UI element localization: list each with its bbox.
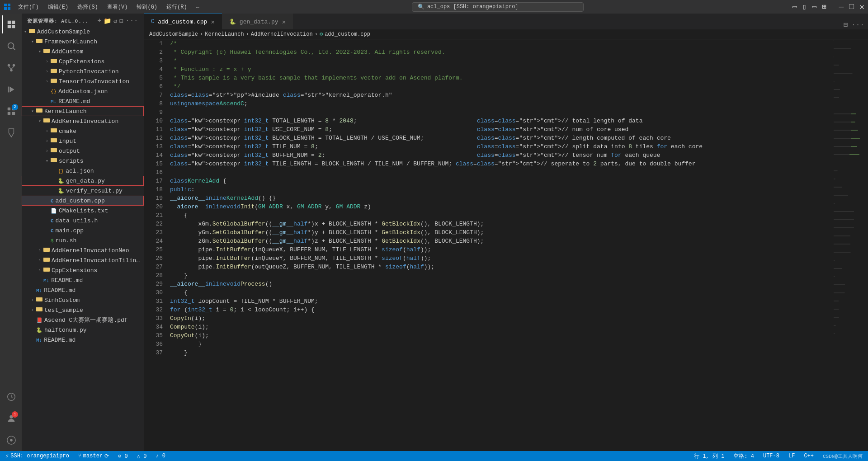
tree-file-icon: 🐍 [58,178,64,184]
tree-file-icon: C [51,217,54,224]
tree-item-output[interactable]: ›output [22,146,144,156]
tree-item-cmakelists-txt[interactable]: 📄CMakeLists.txt [22,206,144,216]
tree-item-tensorflowinvocation[interactable]: ›TensorflowInvocation [22,76,144,86]
lineending-status[interactable]: LF [787,453,797,459]
breadcrumb-part-2[interactable]: AddKernelInvocation [251,31,313,38]
ssh-status[interactable]: ⚡ SSH: orangepiaipro [4,453,71,460]
svg-rect-49 [43,268,46,268]
tree-item-addcustom-json[interactable]: {}AddCustom.json [22,86,144,96]
tree-item-test-sample[interactable]: ›test_sample [22,305,144,315]
tree-item-readme-md[interactable]: M↓README.md [22,96,144,106]
tree-item-cppextensions[interactable]: ›CppExtensions [22,56,144,66]
code-line: * [170,56,828,65]
menu-run[interactable]: 运行(R) [163,2,191,12]
activity-extensions[interactable]: 2 [2,102,20,120]
tree-item-addkernelinvocation[interactable]: ▾AddKernelInvocation [22,116,144,126]
tree-item-data-utils-h[interactable]: Cdata_utils.h [22,216,144,226]
tree-label: output [59,148,80,155]
tab-gen-data-py[interactable]: 🐍 gen_data.py ✕ [222,14,293,29]
menu-edit[interactable]: 编辑(E) [44,2,72,12]
svg-rect-16 [12,112,15,115]
line-number: 25 [147,245,163,254]
line-number: 1 [147,39,163,48]
tree-item-add-custom-cpp[interactable]: Cadd_custom.cpp [22,196,144,206]
tree-item-readme-md[interactable]: M↓README.md [22,275,144,285]
close-button[interactable]: ✕ [859,2,864,12]
tree-item-addcustom[interactable]: ▾AddCustom [22,47,144,56]
tree-item-addkernelinvocationneo[interactable]: ›AddKernelInvocationNeo [22,245,144,255]
error-status[interactable]: ⊘ 0 [116,453,130,460]
activity-search[interactable] [2,37,20,55]
tree-item-main-cpp[interactable]: Cmain.cpp [22,226,144,235]
layout-icon3[interactable]: ▭ [812,2,816,11]
maximize-button[interactable]: □ [849,2,854,11]
more-actions-icon[interactable]: ··· [851,21,864,29]
tree-item-input[interactable]: ›input [22,136,144,146]
tree-item-cmake[interactable]: ›cmake [22,126,144,136]
minimize-button[interactable]: — [839,2,844,11]
tree-label: AddKernelInvocationTilingNeo [52,257,140,264]
tab-add-custom-cpp[interactable]: C add_custom.cpp ✕ [144,14,222,29]
tree-label: test_sample [44,307,83,314]
tree-arrow: › [43,139,51,144]
tree-file-icon [51,57,57,66]
activity-test[interactable] [2,124,20,142]
activity-account[interactable]: 1 [2,409,20,428]
tree-label: TensorflowInvocation [59,78,129,85]
tree-item-acl-json[interactable]: {}acl.json [22,166,144,176]
tab-close-py[interactable]: ✕ [282,18,286,26]
split-editor-icon[interactable]: ⊟ [844,20,848,29]
tree-item-run-sh[interactable]: $run.sh [22,235,144,245]
position-status[interactable]: 行 1, 列 1 [692,452,726,460]
warning-status[interactable]: △ 0 [135,453,149,460]
tree-item-addkernelinvocationtilingneo[interactable]: ›AddKernelInvocationTilingNeo [22,255,144,265]
info-status[interactable]: ♪ 0 [154,453,167,459]
tree-item-kernellaunch[interactable]: ▾KernelLaunch [22,106,144,116]
breadcrumb-part-1[interactable]: KernelLaunch [205,31,244,38]
tree-item-readme-md[interactable]: M↓README.md [22,285,144,295]
menu-goto[interactable]: 转到(G) [133,2,161,12]
tree-item-cppextensions[interactable]: ›CppExtensions [22,265,144,275]
menu-select[interactable]: 选择(S) [74,2,102,12]
tree-item-frameworklaunch[interactable]: ▾FrameworkLaunch [22,37,144,47]
tree-item-gen-data-py[interactable]: 🐍gen_data.py [22,176,144,186]
more-icon[interactable]: ··· [126,17,138,25]
menu-file[interactable]: 文件(F) [14,2,42,12]
tree-item-readme-md[interactable]: M↓README.md [22,335,144,345]
activity-history[interactable] [2,388,20,406]
activity-run[interactable] [2,80,20,99]
git-status[interactable]: ⑂ master ⟳ [76,453,111,460]
activity-settings[interactable] [2,431,20,449]
layout-icon1[interactable]: ▭ [793,2,797,11]
title-search-bar[interactable]: 🔍 acl_ops [SSH: orangepiaipro] [412,2,584,12]
language-status[interactable]: C++ [802,453,816,459]
breadcrumb-part-0[interactable]: AddCustomSample [149,31,198,38]
code-area[interactable]: /* * Copyright (c) Huawei Technologies C… [166,39,832,451]
svg-rect-37 [51,128,53,129]
tree-item-pytorchinvocation[interactable]: ›PytorchInvocation [22,66,144,76]
tree-item-addcustomsample[interactable]: ▾AddCustomSample [22,27,144,37]
activity-source-control[interactable] [2,59,20,77]
encoding-status[interactable]: UTF-8 [761,453,781,459]
extensions-badge: 2 [12,104,18,110]
tree-label: CppExtensions [52,267,97,274]
tree-file-icon: {} [51,88,57,95]
tree-item-sinhcustom[interactable]: ›SinhCustom [22,295,144,305]
svg-rect-27 [51,59,53,60]
tree-item-verify-result-py[interactable]: 🐍verify_result.py [22,186,144,196]
tab-close-cpp[interactable]: ✕ [211,18,214,26]
spaces-status[interactable]: 空格: 4 [731,452,756,460]
menu-view[interactable]: 查看(V) [104,2,132,12]
collapse-icon[interactable]: ⊟ [119,17,123,25]
new-file-icon[interactable]: + [98,17,102,25]
activity-explorer[interactable] [2,15,20,33]
new-folder-icon[interactable]: 📁 [104,17,112,25]
refresh-icon[interactable]: ↺ [113,17,118,25]
layout-icon4[interactable]: ⊞ [822,2,826,11]
tree-item-ascend-c--------pdf[interactable]: 📕Ascend C大赛第一期赛题.pdf [22,315,144,325]
menu-more[interactable]: … [193,2,203,12]
tree-item-scripts[interactable]: ▾scripts [22,156,144,166]
layout-icon2[interactable]: ▯ [802,2,807,11]
tree-item-halftonum-py[interactable]: 🐍halftonum.py [22,325,144,335]
sidebar: 资源管理器: ACL_O... + 📁 ↺ ⊟ ··· ▾AddCustomSa… [22,14,144,451]
